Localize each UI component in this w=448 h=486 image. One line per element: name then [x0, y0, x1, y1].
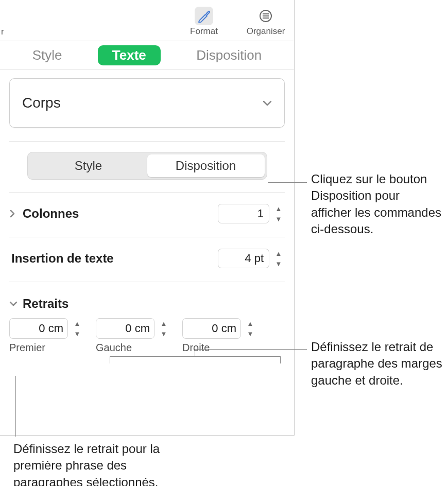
callout-leader — [15, 376, 16, 437]
paragraph-style-dropdown[interactable]: Corps — [9, 78, 285, 128]
paragraph-style-value: Corps — [22, 95, 61, 111]
chevron-down-icon: ▼ — [272, 259, 285, 268]
callout-leader — [195, 349, 307, 350]
chevron-up-icon: ▲ — [71, 319, 83, 328]
chevron-up-icon: ▲ — [244, 319, 256, 328]
indent-right: ▲ ▼ Droite — [182, 318, 256, 354]
tab-bar: Style Texte Disposition — [0, 41, 294, 70]
indent-left-label: Gauche — [96, 342, 170, 354]
chevron-down-icon — [263, 100, 272, 106]
toolbar: Format Organiser — [0, 0, 294, 41]
body-area: Corps Style Disposition Colonnes ▲ — [0, 70, 294, 354]
chevron-right-icon[interactable] — [9, 210, 19, 218]
tab-disposition[interactable]: Disposition — [182, 45, 276, 65]
indents-header: Retraits — [9, 297, 285, 311]
text-inset-row: Insertion de texte ▲ ▼ — [9, 249, 285, 268]
callout-bracket-tail — [195, 349, 195, 356]
columns-label: Colonnes — [23, 206, 79, 221]
text-inset-stepper-buttons[interactable]: ▲ ▼ — [272, 249, 285, 268]
chevron-down-icon: ▼ — [71, 329, 83, 338]
indent-right-stepper[interactable]: ▲ ▼ — [244, 319, 256, 338]
callout-disposition: Cliquez sur le bouton Disposition pour a… — [311, 171, 443, 238]
indent-first-label: Premier — [9, 342, 83, 354]
truncated-toolbar-label: r — [1, 27, 4, 37]
indent-left: ▲ ▼ Gauche — [96, 318, 170, 354]
divider — [9, 141, 285, 142]
indent-first: ▲ ▼ Premier — [9, 318, 83, 354]
divider — [9, 237, 285, 237]
indent-left-input[interactable] — [96, 318, 154, 339]
chevron-down-icon: ▼ — [158, 329, 170, 338]
chevron-down-icon[interactable] — [9, 301, 19, 307]
segmented-control: Style Disposition — [27, 152, 267, 180]
indent-right-input[interactable] — [182, 318, 241, 339]
tab-style[interactable]: Style — [18, 45, 77, 65]
text-inset-input[interactable] — [218, 249, 269, 268]
columns-row: Colonnes ▲ ▼ — [9, 204, 285, 223]
format-label: Format — [190, 26, 218, 37]
callout-margins: Définissez le retrait de paragraphe des … — [311, 339, 444, 389]
chevron-up-icon: ▲ — [272, 204, 285, 213]
organiser-label: Organiser — [247, 26, 285, 37]
indent-left-stepper[interactable]: ▲ ▼ — [158, 319, 170, 338]
segment-style[interactable]: Style — [30, 154, 147, 177]
divider — [9, 282, 285, 282]
indent-group: ▲ ▼ Premier ▲ ▼ Gauche — [9, 318, 285, 354]
columns-stepper: ▲ ▼ — [218, 204, 285, 223]
inspector-panel: r Format Organiser Styl — [0, 0, 295, 436]
divider — [9, 192, 285, 193]
columns-stepper-buttons[interactable]: ▲ ▼ — [272, 204, 285, 223]
paintbrush-icon — [195, 7, 213, 25]
organiser-icon — [256, 7, 275, 25]
indent-first-input[interactable] — [9, 318, 68, 339]
callout-bracket — [110, 356, 281, 363]
segment-disposition[interactable]: Disposition — [147, 154, 265, 177]
tab-texte[interactable]: Texte — [98, 45, 161, 65]
callout-leader — [268, 182, 307, 183]
indents-label: Retraits — [23, 297, 68, 311]
chevron-down-icon: ▼ — [244, 329, 256, 338]
chevron-down-icon: ▼ — [272, 214, 285, 223]
format-button[interactable]: Format — [176, 7, 232, 37]
indent-first-stepper[interactable]: ▲ ▼ — [71, 319, 83, 338]
organiser-button[interactable]: Organiser — [237, 7, 294, 37]
chevron-up-icon: ▲ — [272, 249, 285, 258]
text-inset-label: Insertion de texte — [11, 251, 114, 266]
indent-right-label: Droite — [182, 342, 256, 354]
text-inset-stepper: ▲ ▼ — [218, 249, 285, 268]
chevron-up-icon: ▲ — [158, 319, 170, 328]
callout-first-line: Définissez le retrait pour la première p… — [13, 441, 178, 486]
columns-input[interactable] — [218, 204, 269, 223]
